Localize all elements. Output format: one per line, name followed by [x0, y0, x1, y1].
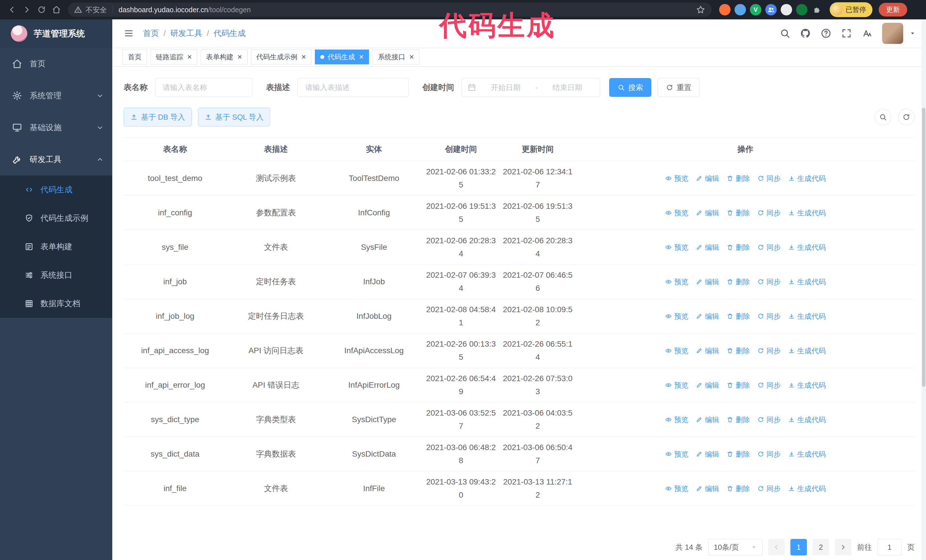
user-avatar[interactable] [882, 23, 903, 44]
generate-code-link[interactable]: 生成代码 [788, 379, 826, 392]
page-size-select[interactable]: 10条/页 [708, 539, 763, 555]
preview-link[interactable]: 预览 [665, 241, 688, 254]
extension-icon-plant[interactable] [796, 4, 808, 15]
preview-link[interactable]: 预览 [665, 413, 688, 426]
start-date-placeholder[interactable]: 开始日期 [479, 83, 533, 92]
github-icon[interactable] [800, 28, 811, 39]
edit-link[interactable]: 编辑 [696, 344, 719, 357]
import-sql-button[interactable]: 基于 SQL 导入 [198, 108, 270, 127]
sync-link[interactable]: 同步 [757, 172, 781, 185]
delete-link[interactable]: 删除 [726, 275, 750, 288]
goto-page-input[interactable] [878, 539, 902, 555]
bookmark-star-icon[interactable] [696, 5, 705, 15]
search-button[interactable]: 搜索 [609, 78, 651, 97]
sync-link[interactable]: 同步 [757, 309, 781, 323]
close-tab-icon[interactable]: × [301, 53, 306, 61]
delete-link[interactable]: 删除 [726, 172, 750, 185]
edit-link[interactable]: 编辑 [696, 241, 719, 254]
preview-link[interactable]: 预览 [665, 275, 688, 288]
delete-link[interactable]: 删除 [726, 379, 750, 392]
extensions-puzzle-icon[interactable] [811, 4, 823, 15]
sidebar-item-codegen[interactable]: 代码生成 [0, 175, 112, 204]
sync-link[interactable]: 同步 [757, 379, 781, 392]
sync-link[interactable]: 同步 [757, 206, 781, 219]
generate-code-link[interactable]: 生成代码 [788, 447, 826, 460]
tab-system-api[interactable]: 系统接口× [372, 50, 419, 64]
sync-link[interactable]: 同步 [757, 447, 781, 460]
delete-link[interactable]: 删除 [726, 309, 750, 323]
date-range-picker[interactable]: 开始日期 - 结束日期 [461, 78, 600, 97]
import-db-button[interactable]: 基于 DB 导入 [124, 108, 192, 127]
extension-icon-orange[interactable] [719, 4, 731, 15]
table-name-input[interactable] [155, 78, 253, 97]
breadcrumb-item[interactable]: 研发工具 [170, 28, 202, 39]
generate-code-link[interactable]: 生成代码 [788, 482, 826, 495]
page-button-2[interactable]: 2 [813, 539, 829, 555]
close-tab-icon[interactable]: × [359, 53, 363, 61]
scrollbar-thumb[interactable] [922, 108, 925, 387]
generate-code-link[interactable]: 生成代码 [788, 344, 826, 357]
edit-link[interactable]: 编辑 [696, 206, 719, 219]
toggle-search-button[interactable] [875, 109, 891, 125]
reset-button[interactable]: 重置 [658, 78, 700, 97]
browser-forward-icon[interactable] [21, 3, 33, 16]
sidebar-item-system-api[interactable]: 系统接口 [0, 261, 112, 290]
app-logo[interactable]: 芋道管理系统 [0, 20, 112, 48]
tab-home[interactable]: 首页 [123, 50, 147, 64]
browser-home-icon[interactable] [50, 3, 63, 16]
tab-codegen[interactable]: 代码生成× [315, 50, 369, 64]
preview-link[interactable]: 预览 [665, 206, 688, 219]
docs-help-icon[interactable] [820, 28, 831, 39]
profile-chip[interactable]: 已暂停 [830, 2, 872, 17]
sidebar-item-home[interactable]: 首页 [0, 48, 112, 80]
font-size-icon[interactable] [862, 28, 872, 39]
browser-back-icon[interactable] [6, 3, 18, 16]
extension-icon-blue-drop[interactable] [735, 4, 746, 15]
sidebar-toggle-icon[interactable] [123, 27, 135, 39]
tab-form-builder[interactable]: 表单构建× [201, 50, 247, 64]
page-button-1[interactable]: 1 [790, 539, 807, 555]
generate-code-link[interactable]: 生成代码 [788, 309, 826, 323]
edit-link[interactable]: 编辑 [696, 413, 719, 426]
sync-link[interactable]: 同步 [757, 482, 781, 495]
extension-icon-green-check[interactable]: V [750, 4, 761, 15]
sidebar-item-codegen-example[interactable]: 代码生成示例 [0, 204, 112, 232]
sync-link[interactable]: 同步 [757, 275, 781, 288]
edit-link[interactable]: 编辑 [696, 172, 719, 185]
delete-link[interactable]: 删除 [726, 413, 750, 426]
sync-link[interactable]: 同步 [757, 344, 781, 357]
address-bar[interactable]: 不安全 dashboard.yudao.iocoder.cn/tool/code… [68, 3, 712, 17]
sidebar-item-devtools[interactable]: 研发工具 [0, 143, 112, 175]
close-tab-icon[interactable]: × [187, 53, 192, 61]
delete-link[interactable]: 删除 [726, 344, 750, 357]
table-desc-input[interactable] [298, 78, 409, 97]
end-date-placeholder[interactable]: 结束日期 [540, 83, 594, 92]
sidebar-item-infra[interactable]: 基础设施 [0, 112, 112, 143]
edit-link[interactable]: 编辑 [696, 447, 719, 460]
close-tab-icon[interactable]: × [409, 53, 414, 61]
generate-code-link[interactable]: 生成代码 [788, 172, 826, 185]
delete-link[interactable]: 删除 [726, 447, 750, 460]
sync-link[interactable]: 同步 [757, 241, 781, 254]
generate-code-link[interactable]: 生成代码 [788, 206, 826, 219]
tab-tracer[interactable]: 链路追踪× [150, 50, 197, 64]
close-tab-icon[interactable]: × [238, 53, 242, 61]
update-button[interactable]: 更新 [879, 3, 907, 17]
preview-link[interactable]: 预览 [665, 379, 688, 392]
sync-link[interactable]: 同步 [757, 413, 781, 426]
breadcrumb-item[interactable]: 首页 [143, 28, 159, 39]
preview-link[interactable]: 预览 [665, 309, 688, 323]
preview-link[interactable]: 预览 [665, 482, 688, 495]
extension-icon-light-tile[interactable] [781, 4, 792, 15]
sidebar-item-form-builder[interactable]: 表单构建 [0, 232, 112, 261]
tab-codegen-example[interactable]: 代码生成示例× [251, 50, 312, 64]
fullscreen-icon[interactable] [841, 28, 852, 39]
edit-link[interactable]: 编辑 [696, 275, 719, 288]
generate-code-link[interactable]: 生成代码 [788, 413, 826, 426]
extension-icon-people[interactable] [765, 4, 777, 15]
delete-link[interactable]: 删除 [726, 206, 750, 219]
user-menu-caret-icon[interactable] [909, 30, 916, 36]
generate-code-link[interactable]: 生成代码 [788, 275, 826, 288]
preview-link[interactable]: 预览 [665, 172, 688, 185]
preview-link[interactable]: 预览 [665, 447, 688, 460]
